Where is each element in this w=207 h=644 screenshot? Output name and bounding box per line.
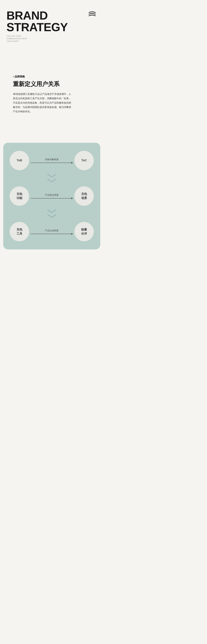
arrow-line-3: [31, 234, 73, 234]
circle-charging-scene: 充电场景: [74, 186, 94, 206]
arrow-label-3: 产品认知纬度: [45, 229, 58, 232]
down-arrows-2: [10, 206, 94, 222]
chevron-2b: [47, 214, 56, 219]
section-heading: 重新定义用户关系: [13, 80, 97, 88]
arrow-1: 目标对象纬度: [31, 158, 73, 163]
arrow-label-1: 目标对象纬度: [45, 158, 58, 161]
circle-charging-function: 充电功能: [10, 186, 29, 206]
diagram-card: ToB 目标对象纬度 ToC: [3, 143, 100, 250]
diagram-row-2: 充电功能 产品表达纬度 充电场景: [10, 186, 94, 206]
arrow-3: 产品认知纬度: [31, 229, 73, 234]
circle-toc: ToC: [74, 151, 94, 170]
brand-subtitle: THE PINE CONE COMMUNICATES WITH YOUR HEA…: [6, 35, 97, 43]
logo-icon: [87, 10, 97, 18]
chevron-1a: [47, 174, 56, 178]
arrow-label-2: 产品表达纬度: [45, 194, 58, 196]
spacer-2: [0, 123, 104, 136]
chevron-1b: [47, 178, 56, 183]
spacer-1: [0, 49, 104, 62]
arrow-2: 产品表达纬度: [31, 194, 73, 198]
content-section: 品牌策略 重新定义用户关系 单纯地强调工具属性只会让产品淹没于市场浪潮中，人类无…: [0, 62, 104, 123]
diagram-row-1: ToB 目标对象纬度 ToC: [10, 151, 94, 170]
section-label: 品牌策略: [13, 75, 97, 78]
arrow-line-1: [31, 162, 73, 163]
circle-energy-partner: 能量伙伴: [74, 222, 94, 241]
brand-title: BRAND STRATEGY: [6, 10, 97, 33]
chevron-group-1: [47, 174, 56, 183]
circle-tob: ToB: [10, 151, 29, 170]
diagram-section: ToB 目标对象纬度 ToC: [0, 136, 104, 259]
header-section: BRAND STRATEGY THE PINE CONE COMMUNICATE…: [0, 0, 104, 49]
chevron-2a: [47, 209, 56, 214]
section-body: 单纯地强调工具属性只会让产品淹没于市场浪潮中，人类无法对机器和工具产生共情，消费…: [13, 92, 71, 114]
circle-charging-tool: 充电工具: [10, 222, 29, 241]
arrow-line-2: [31, 198, 73, 198]
chevron-group-2: [47, 209, 56, 219]
diagram-row-3: 充电工具 产品认知纬度 能量伙伴: [10, 222, 94, 241]
down-arrows-1: [10, 170, 94, 186]
page: BRAND STRATEGY THE PINE CONE COMMUNICATE…: [0, 0, 104, 322]
